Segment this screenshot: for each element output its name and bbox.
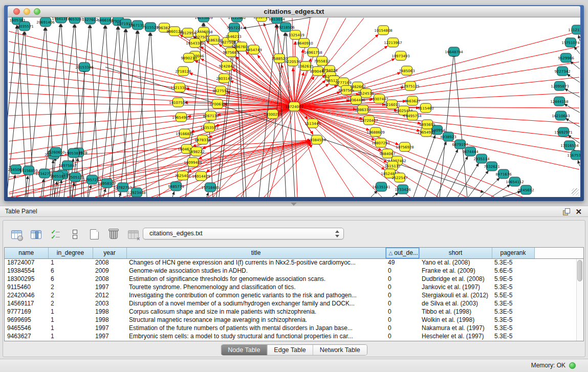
graph-edge bbox=[9, 103, 294, 106]
graph-node[interactable]: 2935114 bbox=[473, 154, 490, 163]
graph-node[interactable]: 15718485 bbox=[201, 183, 220, 192]
graph-node[interactable]: 15692971 bbox=[554, 127, 573, 137]
graph-node[interactable]: 9529966 bbox=[558, 53, 574, 62]
graph-node[interactable]: 12095873 bbox=[551, 81, 569, 91]
canvas-resize-grip[interactable] bbox=[572, 188, 579, 195]
graph-node[interactable]: 2718126 bbox=[175, 67, 191, 76]
graph-node-label: 8938923 bbox=[440, 135, 456, 139]
column-header-name[interactable]: name bbox=[5, 248, 48, 258]
graph-node[interactable]: 9245652 bbox=[518, 185, 534, 194]
graph-node[interactable]: 16961758 bbox=[304, 48, 322, 57]
graph-node-label: 16543382 bbox=[186, 41, 204, 46]
graph-node[interactable]: 10154808 bbox=[374, 26, 393, 35]
graph-node-label: 1700616 bbox=[209, 102, 226, 106]
network-canvas[interactable]: 1605381140355712069140619341374106532871… bbox=[8, 17, 580, 197]
table-settings-icon[interactable] bbox=[9, 228, 24, 241]
graph-node[interactable]: 16210643 bbox=[552, 111, 570, 120]
graph-node[interactable]: 7986372 bbox=[355, 105, 371, 114]
graph-node[interactable]: 16033809 bbox=[194, 17, 213, 22]
graph-node[interactable]: 20153346 bbox=[75, 62, 94, 72]
graph-node-label: 16648784 bbox=[445, 50, 463, 54]
graph-node[interactable]: 19166825 bbox=[176, 129, 194, 138]
table-tabs: Node TableEdge TableNetwork Table bbox=[221, 344, 367, 356]
graph-node[interactable]: 1513445 bbox=[304, 119, 320, 128]
table-row[interactable]: 946554611997Estimation of the future num… bbox=[5, 324, 583, 332]
graph-node[interactable]: 1733426 bbox=[395, 185, 411, 194]
table-row[interactable]: 946362711997Embryonic stem cells: a mode… bbox=[5, 332, 583, 340]
graph-node[interactable]: 9115460 bbox=[418, 103, 433, 113]
column-header-out-de-[interactable]: △out_de... bbox=[385, 248, 419, 258]
graph-node-label: 6879197 bbox=[452, 143, 468, 147]
graph-node[interactable]: 10654112 bbox=[506, 177, 524, 186]
column-header-short[interactable]: short bbox=[419, 248, 492, 258]
tab-network-table[interactable]: Network Table bbox=[313, 345, 367, 355]
graph-node[interactable]: 16353593 bbox=[200, 123, 219, 132]
graph-node[interactable]: 18640910 bbox=[295, 38, 313, 48]
graph-node[interactable]: 2318714 bbox=[253, 17, 270, 21]
graph-node[interactable]: 2803144 bbox=[216, 74, 232, 83]
graph-node-label: 18300295 bbox=[264, 113, 282, 117]
graph-node[interactable]: 12213967 bbox=[384, 38, 402, 47]
graph-node[interactable]: 18807293 bbox=[372, 138, 390, 147]
graph-node[interactable]: 18107554 bbox=[169, 98, 187, 107]
graph-edge bbox=[574, 47, 580, 54]
graph-node[interactable]: 9227342 bbox=[554, 67, 570, 76]
table-cell: 2 bbox=[48, 299, 93, 308]
window-title: citations_edges.txt bbox=[8, 6, 580, 17]
table-row[interactable]: 1872400712008Changes of HCN gene express… bbox=[5, 258, 583, 267]
graph-node[interactable]: 19654985 bbox=[172, 113, 190, 122]
graph-node[interactable]: 15751074 bbox=[561, 38, 580, 47]
graph-node[interactable]: 10975887 bbox=[58, 161, 77, 170]
graph-node[interactable]: 16914479 bbox=[192, 171, 210, 181]
column-visibility-icon[interactable] bbox=[29, 228, 43, 241]
delete-column-icon[interactable] bbox=[106, 228, 121, 241]
tab-edge-table[interactable]: Edge Table bbox=[267, 345, 312, 355]
tab-node-table[interactable]: Node Table bbox=[221, 345, 267, 355]
graph-node[interactable]: 8938923 bbox=[440, 132, 456, 141]
table-scrollbar-thumb[interactable] bbox=[577, 260, 582, 281]
graph-node[interactable]: 8471676 bbox=[495, 169, 512, 179]
table-scrollbar[interactable] bbox=[576, 259, 583, 341]
graph-node[interactable]: 10653287 bbox=[66, 17, 84, 24]
graph-node[interactable]: 7857224 bbox=[226, 23, 243, 32]
graph-node-label: 1513445 bbox=[304, 122, 320, 126]
row-selection-icon[interactable]: ✓─✓─ bbox=[48, 228, 62, 241]
table-selector-dropdown[interactable]: citations_edges.txt bbox=[143, 228, 344, 239]
create-column-icon[interactable] bbox=[87, 228, 101, 241]
graph-node[interactable]: 16648784 bbox=[445, 47, 463, 56]
dropdown-arrows-icon bbox=[335, 230, 339, 238]
column-header-pagerank[interactable]: pagerank bbox=[492, 248, 534, 258]
graph-node[interactable]: 13213383 bbox=[170, 83, 189, 92]
memory-status-indicator[interactable] bbox=[569, 362, 576, 369]
float-panel-icon[interactable] bbox=[563, 208, 570, 215]
table-row[interactable]: 1456911722003Disruption of a novel membe… bbox=[5, 299, 583, 308]
close-panel-icon[interactable]: ✕ bbox=[575, 207, 582, 216]
row-height-icon[interactable] bbox=[68, 228, 82, 241]
table-row[interactable]: 1830029562008Estimation of significance … bbox=[5, 275, 583, 283]
table-row[interactable]: 911546021997Tourette syndrome. Phenomeno… bbox=[5, 283, 583, 291]
table-row[interactable]: 1938455462009Genome-wide association stu… bbox=[5, 267, 583, 275]
graph-node[interactable]: 11121103 bbox=[568, 25, 580, 34]
graph-node[interactable]: 18720407 bbox=[360, 116, 378, 125]
graph-node-label: 25260650 bbox=[47, 150, 65, 155]
table-row[interactable]: 977716911998Corpus callosum shape and si… bbox=[5, 308, 583, 316]
graph-edge bbox=[172, 191, 175, 197]
graph-node[interactable]: 8878334 bbox=[194, 135, 211, 144]
graph-node[interactable]: 11675324 bbox=[567, 150, 580, 160]
graph-node[interactable]: 9463627 bbox=[404, 96, 420, 105]
graph-node[interactable]: 10688609 bbox=[366, 127, 385, 137]
table-row[interactable]: 2242004622012Investigating the contribut… bbox=[5, 291, 583, 299]
graph-node[interactable]: 17016534 bbox=[560, 141, 579, 150]
column-header-title[interactable]: title bbox=[126, 248, 385, 258]
graph-node[interactable]: 19756928 bbox=[396, 142, 414, 151]
column-header-in-degree[interactable]: in_degree bbox=[48, 248, 93, 258]
graph-node[interactable]: 8427552 bbox=[212, 86, 228, 95]
graph-node[interactable]: 7485063 bbox=[399, 66, 415, 75]
graph-node[interactable]: 1527602 bbox=[82, 17, 98, 24]
graph-edge bbox=[578, 160, 580, 166]
column-header-year[interactable]: year bbox=[93, 248, 126, 258]
graph-node[interactable]: 15122602 bbox=[228, 17, 246, 22]
table-cell: 1 bbox=[48, 332, 93, 340]
table-row[interactable]: 969969511998Structural magnetic resonanc… bbox=[5, 316, 583, 324]
graph-node[interactable]: 7632621 bbox=[484, 162, 499, 171]
